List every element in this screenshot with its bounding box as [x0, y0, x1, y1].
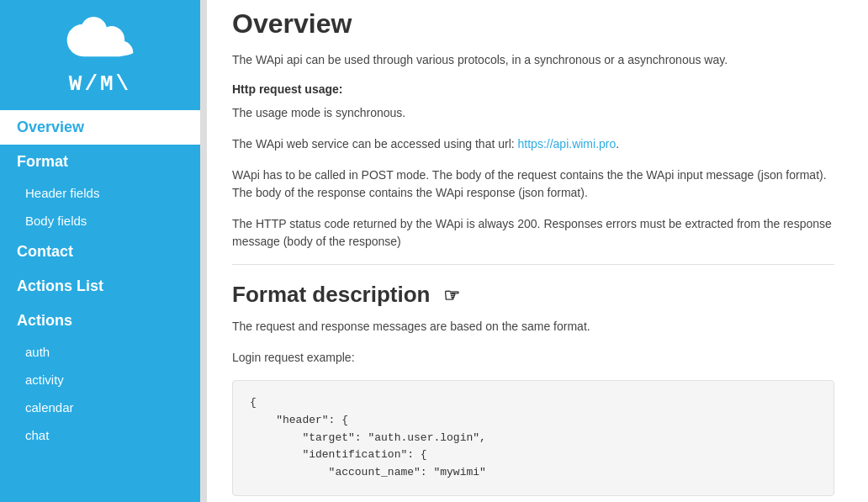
login-label: Login request example: [232, 349, 834, 367]
page-title: Overview [232, 8, 834, 40]
sidebar-link-actions-list[interactable]: Actions List [0, 269, 200, 304]
format-title: Format description ☞ [232, 282, 834, 308]
wapi-url-post: . [616, 137, 619, 151]
sidebar-item-header-fields[interactable]: Header fields [0, 179, 200, 207]
wapi-http-text: The HTTP status code returned by the WAp… [232, 215, 834, 251]
sidebar-link-overview[interactable]: Overview [0, 110, 200, 145]
sidebar: W/M\ Overview Format Header fields Body … [0, 0, 200, 502]
sidebar-link-auth[interactable]: auth [0, 338, 200, 366]
overview-intro: The WApi api can be used through various… [232, 51, 834, 69]
sidebar-link-format[interactable]: Format [0, 145, 200, 179]
sidebar-link-contact[interactable]: Contact [0, 235, 200, 269]
sidebar-link-actions[interactable]: Actions [0, 304, 200, 338]
http-request-label: Http request usage: [232, 82, 834, 96]
cloud-logo-icon [66, 17, 134, 66]
code-example: { "header": { "target": "auth.user.login… [232, 380, 834, 496]
nav-list: Overview Format Header fields Body field… [0, 110, 200, 449]
sidebar-item-contact[interactable]: Contact [0, 235, 200, 269]
sidebar-item-format[interactable]: Format [0, 145, 200, 179]
sidebar-link-header-fields[interactable]: Header fields [0, 179, 200, 207]
http-sync-text: The usage mode is synchronous. [232, 104, 834, 122]
wapi-post-text: WApi has to be called in POST mode. The … [232, 166, 834, 202]
sidebar-item-overview[interactable]: Overview [0, 110, 200, 145]
sidebar-item-calendar[interactable]: calendar [0, 394, 200, 421]
sidebar-divider [200, 0, 207, 502]
section-divider [232, 264, 834, 265]
logo-area: W/M\ [66, 0, 134, 110]
sidebar-item-activity[interactable]: activity [0, 366, 200, 394]
main-content: Overview The WApi api can be used throug… [207, 0, 868, 502]
sidebar-item-auth[interactable]: auth [0, 338, 200, 366]
sidebar-item-actions[interactable]: Actions [0, 304, 200, 338]
wapi-url-text: The WApi web service can be accessed usi… [232, 135, 834, 153]
sidebar-item-actions-list[interactable]: Actions List [0, 269, 200, 304]
wimi-logo-text: W/M\ [69, 71, 131, 97]
format-intro: The request and response messages are ba… [232, 318, 834, 336]
sidebar-link-body-fields[interactable]: Body fields [0, 207, 200, 235]
sidebar-link-activity[interactable]: activity [0, 366, 200, 394]
sidebar-link-chat[interactable]: chat [0, 421, 200, 449]
wapi-url-link[interactable]: https://api.wimi.pro [518, 137, 617, 151]
sidebar-item-body-fields[interactable]: Body fields [0, 207, 200, 235]
sidebar-item-chat[interactable]: chat [0, 421, 200, 449]
sidebar-link-calendar[interactable]: calendar [0, 394, 200, 421]
pointer-cursor-icon: ☞ [443, 285, 460, 307]
wapi-url-pre: The WApi web service can be accessed usi… [232, 137, 518, 151]
